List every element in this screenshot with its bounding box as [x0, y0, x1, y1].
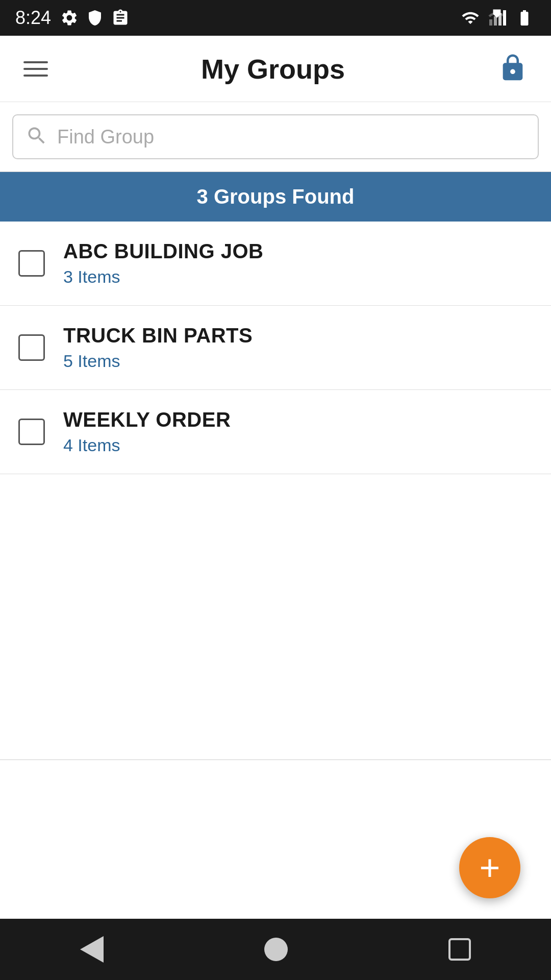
signal-icon — [488, 9, 506, 27]
menu-button[interactable] — [18, 56, 53, 82]
svg-rect-2 — [498, 13, 502, 26]
group-info-3: WEEKLY ORDER 4 Items — [63, 408, 231, 455]
results-banner: 3 Groups Found — [0, 172, 551, 222]
search-container — [0, 102, 551, 172]
fab-plus-icon: + — [480, 850, 500, 886]
group-items-count-1: 3 Items — [63, 267, 263, 287]
group-items-count-3: 4 Items — [63, 435, 231, 455]
search-icon — [26, 125, 48, 147]
group-checkbox-2[interactable] — [18, 334, 45, 361]
search-icon-wrapper — [26, 125, 48, 149]
content-area — [0, 474, 551, 760]
group-items-count-2: 5 Items — [63, 351, 253, 371]
lock-button[interactable] — [493, 46, 533, 91]
svg-rect-1 — [494, 16, 497, 26]
home-icon — [264, 938, 288, 961]
group-info-2: TRUCK BIN PARTS 5 Items — [63, 324, 253, 371]
group-name-1: ABC BUILDING JOB — [63, 240, 263, 263]
search-input[interactable] — [57, 126, 525, 148]
nav-recent-button[interactable] — [448, 938, 471, 961]
recent-icon — [448, 938, 471, 961]
group-name-2: TRUCK BIN PARTS — [63, 324, 253, 347]
battery-icon — [513, 9, 536, 27]
page-title: My Groups — [201, 53, 345, 85]
group-item-3[interactable]: WEEKLY ORDER 4 Items — [0, 390, 551, 474]
wifi-icon — [460, 9, 481, 27]
status-bar: 8:24 — [0, 0, 551, 36]
group-checkbox-3[interactable] — [18, 419, 45, 445]
group-name-3: WEEKLY ORDER — [63, 408, 231, 431]
add-group-button[interactable]: + — [459, 837, 520, 898]
lock-icon — [498, 51, 528, 85]
clipboard-icon — [111, 9, 130, 27]
back-icon — [80, 936, 104, 963]
bottom-nav — [0, 919, 551, 980]
nav-home-button[interactable] — [264, 938, 288, 961]
group-list: ABC BUILDING JOB 3 Items TRUCK BIN PARTS… — [0, 222, 551, 474]
gear-icon — [60, 9, 79, 27]
status-bar-left: 8:24 — [15, 7, 130, 29]
status-time: 8:24 — [15, 7, 51, 29]
group-info-1: ABC BUILDING JOB 3 Items — [63, 240, 263, 287]
shield-icon — [86, 9, 104, 27]
status-icons-left — [60, 9, 130, 27]
app-bar: My Groups — [0, 36, 551, 102]
svg-rect-0 — [489, 19, 492, 26]
nav-back-button[interactable] — [80, 936, 104, 963]
results-count: 3 Groups Found — [197, 185, 355, 208]
group-item-1[interactable]: ABC BUILDING JOB 3 Items — [0, 222, 551, 306]
group-checkbox-1[interactable] — [18, 250, 45, 277]
search-input-wrapper — [12, 114, 539, 159]
group-item-2[interactable]: TRUCK BIN PARTS 5 Items — [0, 306, 551, 390]
svg-rect-3 — [503, 10, 506, 26]
status-bar-right — [460, 9, 536, 27]
hamburger-icon — [23, 61, 48, 77]
